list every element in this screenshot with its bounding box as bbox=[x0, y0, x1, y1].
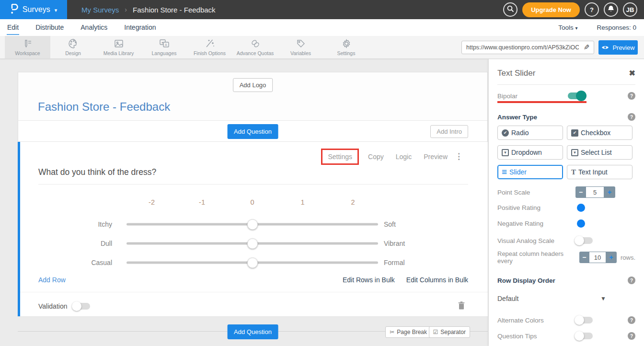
svg-text:★: ★ bbox=[161, 41, 163, 44]
validation-row: Validation bbox=[38, 299, 465, 313]
scissors-icon: ✂ bbox=[390, 329, 394, 335]
slider-track[interactable] bbox=[126, 223, 378, 226]
help-icon[interactable]: ? bbox=[628, 316, 635, 324]
more-menu-icon[interactable]: ⋮ bbox=[455, 151, 463, 161]
bipolar-toggle[interactable] bbox=[568, 92, 585, 99]
slider-row: Casual Formal bbox=[20, 253, 488, 272]
preview-button[interactable]: Preview bbox=[598, 40, 638, 55]
text-input-icon: T bbox=[571, 168, 576, 176]
visual-analog-scale-toggle[interactable] bbox=[575, 237, 593, 244]
plus-button[interactable]: + bbox=[606, 252, 617, 263]
search-icon bbox=[507, 5, 514, 14]
plus-button[interactable]: + bbox=[604, 186, 615, 198]
help-icon[interactable]: ? bbox=[628, 92, 635, 100]
tab-distribute[interactable]: Distribute bbox=[35, 20, 64, 35]
question-copy-link[interactable]: Copy bbox=[368, 153, 384, 161]
breadcrumb-my-surveys[interactable]: My Surveys bbox=[81, 6, 119, 14]
toolbar-item-languages[interactable]: A★ Languages bbox=[141, 36, 187, 58]
survey-title[interactable]: Fashion Store - Feedback bbox=[38, 100, 170, 114]
toolbar-item-variables[interactable]: Variables bbox=[278, 36, 323, 58]
answer-type-row: Answer Type ? bbox=[497, 112, 635, 122]
question-title[interactable]: What do you think of the dress? bbox=[38, 167, 156, 177]
answer-type-dropdown[interactable]: ▼Dropdown bbox=[497, 145, 563, 160]
slider-row: Itchy Soft bbox=[20, 215, 488, 234]
question-preview-link[interactable]: Preview bbox=[424, 153, 448, 161]
help-icon[interactable]: ? bbox=[628, 332, 635, 340]
toolbar-item-workspace[interactable]: Workspace bbox=[5, 36, 50, 58]
tools-menu[interactable]: Tools ▾ bbox=[558, 24, 577, 31]
point-scale-value[interactable]: 5 bbox=[586, 186, 604, 198]
tab-analytics[interactable]: Analytics bbox=[80, 20, 108, 35]
question-card: Settings Copy Logic Preview ⋮ What do yo… bbox=[18, 142, 488, 316]
tab-integration[interactable]: Integration bbox=[124, 20, 156, 35]
toolbar-item-finish-options[interactable]: Finish Options bbox=[187, 36, 232, 58]
answer-type-grid: ✔Radio ✔Checkbox ▼Dropdown ▼Select List … bbox=[497, 126, 635, 179]
page-break-button[interactable]: ✂Page Break bbox=[385, 326, 431, 338]
row-display-order-select[interactable]: Default ▼ bbox=[497, 294, 635, 303]
question-tips-row: Question Tips ? bbox=[497, 331, 635, 341]
edit-rows-in-bulk-link[interactable]: Edit Rows in Bulk bbox=[343, 276, 395, 284]
avatar[interactable]: JB bbox=[623, 2, 637, 17]
positive-rating-color-swatch[interactable] bbox=[577, 204, 585, 212]
slider-thumb[interactable] bbox=[247, 238, 258, 249]
close-icon[interactable]: ✖ bbox=[629, 69, 635, 78]
scale-label: -1 bbox=[199, 198, 205, 206]
edit-toolbar: Workspace Design Media Library A★ Langua… bbox=[0, 36, 644, 59]
minus-button[interactable]: − bbox=[575, 186, 586, 198]
search-button[interactable] bbox=[503, 2, 518, 17]
panel-title: Text Slider bbox=[497, 69, 535, 78]
question-settings-link[interactable]: Settings bbox=[328, 153, 352, 161]
help-icon[interactable]: ? bbox=[628, 113, 635, 121]
notifications-button[interactable] bbox=[604, 2, 618, 17]
add-logo-button[interactable]: Add Logo bbox=[233, 78, 273, 92]
separator-button[interactable]: ☑Separator bbox=[429, 326, 470, 338]
surveys-menu[interactable]: Surveys ▾ bbox=[0, 0, 67, 19]
row-display-order-label: Row Display Order bbox=[497, 277, 555, 284]
repeat-headers-value[interactable]: 10 bbox=[589, 252, 606, 263]
help-icon[interactable]: ? bbox=[628, 277, 635, 284]
question-mark-icon: ? bbox=[590, 6, 594, 13]
validation-toggle[interactable] bbox=[73, 303, 90, 310]
slider-thumb[interactable] bbox=[247, 257, 258, 268]
slider-track[interactable] bbox=[126, 262, 378, 264]
help-button[interactable]: ? bbox=[585, 2, 599, 17]
toolbar-item-settings[interactable]: Settings bbox=[323, 36, 369, 58]
answer-type-slider[interactable]: ≡Slider bbox=[497, 165, 563, 179]
survey-url-input[interactable] bbox=[462, 44, 580, 51]
negative-rating-color-swatch[interactable] bbox=[577, 219, 585, 228]
minus-button[interactable]: − bbox=[579, 252, 589, 263]
add-row-link[interactable]: Add Row bbox=[38, 276, 66, 284]
trash-icon[interactable] bbox=[458, 301, 465, 311]
add-question-button-bottom[interactable]: Add Question bbox=[227, 324, 278, 339]
slider-thumb[interactable] bbox=[247, 219, 258, 230]
positive-rating-label: Positive Rating bbox=[497, 204, 540, 211]
edit-columns-in-bulk-link[interactable]: Edit Columns in Bulk bbox=[406, 276, 468, 284]
question-footer-divider bbox=[20, 292, 488, 292]
scale-label: -2 bbox=[149, 198, 155, 206]
add-question-button-top[interactable]: Add Question bbox=[227, 124, 278, 139]
upgrade-now-button[interactable]: Upgrade Now bbox=[522, 2, 580, 17]
answer-type-checkbox[interactable]: ✔Checkbox bbox=[567, 126, 632, 140]
negative-rating-row: Negative Rating bbox=[497, 219, 635, 228]
question-logic-link[interactable]: Logic bbox=[396, 153, 412, 161]
question-tips-toggle[interactable] bbox=[575, 333, 593, 339]
alternate-colors-label: Alternate Colors bbox=[497, 317, 544, 324]
answer-type-text-input[interactable]: TText Input bbox=[567, 165, 632, 179]
toolbar-item-media-library[interactable]: Media Library bbox=[96, 36, 141, 58]
answer-type-radio[interactable]: ✔Radio bbox=[497, 126, 563, 140]
survey-editor-canvas: Add Logo Fashion Store - Feedback Add Qu… bbox=[0, 59, 489, 346]
dropdown-icon: ▼ bbox=[502, 149, 509, 156]
slider-track[interactable] bbox=[126, 242, 378, 245]
breadcrumb-separator-icon: › bbox=[125, 6, 127, 13]
answer-type-select-list[interactable]: ▼Select List bbox=[567, 145, 632, 160]
edit-url-pencil-icon[interactable]: ✎ bbox=[580, 43, 594, 52]
add-intro-button[interactable]: Add Intro bbox=[430, 125, 468, 138]
alternate-colors-toggle[interactable] bbox=[575, 317, 593, 323]
breadcrumb: My Surveys › Fashion Store - Feedback bbox=[81, 6, 216, 14]
toolbar-item-advance-quotas[interactable]: Advance Quotas bbox=[232, 36, 278, 58]
tab-edit[interactable]: Edit bbox=[7, 20, 19, 35]
question-tips-label: Question Tips bbox=[497, 333, 537, 340]
responses-count[interactable]: Responses: 0 bbox=[597, 24, 636, 31]
toolbar-item-design[interactable]: Design bbox=[50, 36, 96, 58]
point-scale-stepper: − 5 + bbox=[575, 186, 615, 198]
